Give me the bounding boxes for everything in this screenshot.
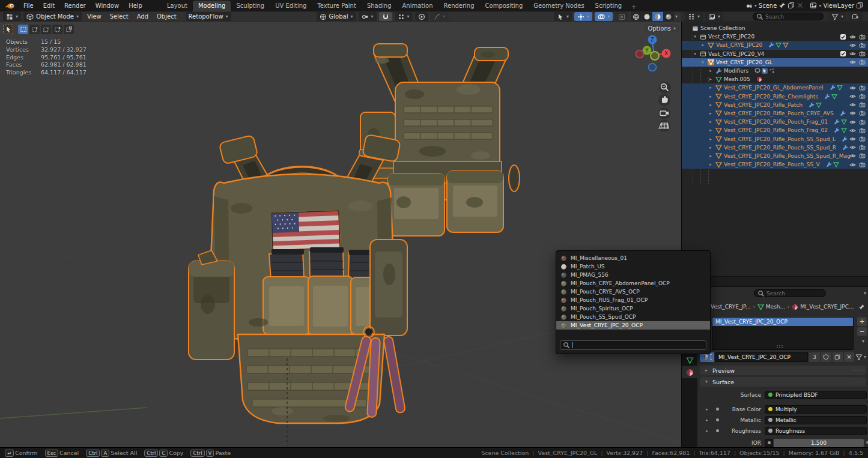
menu-help[interactable]: Help xyxy=(124,0,147,11)
gizmos-toggle[interactable] xyxy=(574,12,592,21)
scene-name[interactable]: Scene xyxy=(759,2,777,9)
blender-logo-icon[interactable] xyxy=(5,2,15,10)
pin-icon[interactable] xyxy=(858,304,865,310)
outliner-item-label[interactable]: Vest_CRYE_JPC20_V4 xyxy=(708,51,765,57)
camera-icon[interactable] xyxy=(859,42,866,49)
select-box-new-button[interactable] xyxy=(18,25,28,34)
remove-slot-button[interactable]: − xyxy=(857,327,867,336)
outliner-editor-type-button[interactable] xyxy=(685,12,703,21)
tab-geometry-nodes[interactable]: Geometry Nodes xyxy=(528,1,589,11)
material-option-label[interactable]: MI_PMAG_556 xyxy=(571,272,609,278)
properties-search[interactable] xyxy=(754,289,826,297)
chevron-down-icon[interactable] xyxy=(864,291,866,296)
checkbox-icon[interactable] xyxy=(840,50,846,57)
material-option-label[interactable]: MI_Miscellaneous_01 xyxy=(571,255,627,261)
disclosure-closed-icon[interactable]: ▸ xyxy=(708,77,714,82)
eye-icon[interactable] xyxy=(849,34,856,40)
tab-material[interactable] xyxy=(682,366,697,378)
disclosure-open-icon[interactable]: ▾ xyxy=(692,34,698,39)
outliner-item-label[interactable]: Vest_CRYE_JPC20_GL_AbdomenPanel xyxy=(724,85,824,91)
outliner-item-label[interactable]: Modifiers xyxy=(724,68,748,74)
viewlayer-name[interactable]: ViewLayer xyxy=(823,2,854,9)
viewport-menu-select[interactable]: Select xyxy=(106,13,133,20)
material-option-label[interactable]: MI_Pouch_RUS_Frag_01_OCP xyxy=(571,297,648,303)
camera-icon[interactable] xyxy=(859,119,866,125)
viewlayer-selector[interactable]: ViewLayer xyxy=(810,2,863,9)
outliner-row[interactable]: ▸Vest_CRYE_JPC20_Rifle_Pouch_SS_Spud_R xyxy=(682,143,868,152)
tab-layout[interactable]: Layout xyxy=(162,1,193,11)
breadcrumb-item[interactable]: Mesh... xyxy=(757,304,785,310)
metallic-input[interactable]: Metallic xyxy=(765,416,867,424)
new-collection-button[interactable] xyxy=(849,12,862,21)
select-box-intersect-button[interactable] xyxy=(64,25,74,34)
outliner-search-input[interactable] xyxy=(765,14,813,20)
material-option[interactable]: MI_Patch_US xyxy=(556,262,710,271)
outliner-row[interactable]: ▸Modifiers xyxy=(682,67,868,75)
show-gizmo-dropdown[interactable] xyxy=(554,12,572,21)
eye-icon[interactable] xyxy=(849,85,856,91)
new-scene-icon[interactable] xyxy=(788,2,795,9)
camera-icon[interactable] xyxy=(859,152,866,159)
eye-icon[interactable] xyxy=(849,93,856,100)
xray-toggle[interactable] xyxy=(615,12,628,21)
tab-texture-paint[interactable]: Texture Paint xyxy=(312,1,362,11)
material-option-label[interactable]: MI_Pouch_SS_Spud_OCP xyxy=(571,314,636,320)
select-box-subtract-button[interactable] xyxy=(41,25,51,34)
eye-icon[interactable] xyxy=(849,119,856,125)
outliner-row[interactable]: ▸Vest_CRYE_JPC20_Rifle_Pouch_SS_V xyxy=(682,160,868,169)
eye-icon[interactable] xyxy=(849,144,856,151)
material-option[interactable]: MI_Pouch_CRYE_AbdomenPanel_OCP xyxy=(556,279,710,288)
outliner-row[interactable]: ▸Vest_CRYE_JPC20_Rifle_Pouch_Frag_02 xyxy=(682,126,868,134)
proportional-edit-toggle[interactable] xyxy=(415,12,428,21)
menu-window[interactable]: Window xyxy=(91,0,124,11)
disclosure-closed-icon[interactable]: ▸ xyxy=(708,103,714,107)
eye-icon[interactable] xyxy=(849,161,856,168)
material-slot-active[interactable]: MI_Vest_CRYE_JPC_20_OCP xyxy=(712,318,853,326)
camera-icon[interactable] xyxy=(859,93,866,100)
outliner-item-label[interactable]: Vest_CRYE_JPC20_Rifle_Pouch_CRYE_AVS xyxy=(724,110,834,116)
camera-icon[interactable] xyxy=(859,161,866,168)
outliner-item-label[interactable]: Vest_CRYE_JPC20_Rifle_Pouch_SS_Spud_R xyxy=(724,145,836,151)
material-users-button[interactable]: 3 xyxy=(809,352,820,362)
preview-panel-header[interactable]: ▸Preview⋯⋯ xyxy=(700,366,866,375)
pivot-dropdown[interactable] xyxy=(359,12,377,21)
viewport-menu-object[interactable]: Object xyxy=(153,13,181,20)
outliner-item-label[interactable]: Scene Collection xyxy=(700,25,745,31)
material-option[interactable]: MI_Pouch_Spiritus_OCP xyxy=(556,304,710,313)
eye-icon[interactable] xyxy=(849,42,856,49)
shading-wireframe-button[interactable] xyxy=(631,12,642,21)
retopoflow-menu[interactable]: RetopoFlow xyxy=(186,12,231,21)
popup-search[interactable] xyxy=(560,340,706,350)
shading-solid-button[interactable] xyxy=(642,12,652,21)
outliner-row[interactable]: Scene Collection xyxy=(682,24,868,32)
material-option-label[interactable]: MI_Pouch_CRYE_AbdomenPanel_OCP xyxy=(571,280,670,286)
disclosure-open-icon[interactable]: ▾ xyxy=(700,60,706,65)
disclosure-closed-icon[interactable]: ▸ xyxy=(700,43,706,47)
material-option-label[interactable]: MI_Pouch_Spiritus_OCP xyxy=(571,306,633,312)
resize-grip[interactable] xyxy=(777,345,785,348)
surface-panel-header[interactable]: ▾Surface⋯⋯ xyxy=(700,377,866,387)
disclosure-open-icon[interactable]: ▾ xyxy=(692,52,698,56)
camera-icon[interactable] xyxy=(859,136,866,142)
material-option-label[interactable]: MI_Patch_US xyxy=(571,264,604,270)
fake-user-button[interactable] xyxy=(821,352,831,362)
eye-icon[interactable] xyxy=(849,110,856,116)
ior-slider[interactable]: 1.500 xyxy=(774,439,864,447)
shading-material-button[interactable] xyxy=(652,12,663,21)
select-box-invert-button[interactable] xyxy=(52,25,62,34)
tweak-tool-button[interactable] xyxy=(3,25,13,34)
outliner-row[interactable]: ▾Vest_CRYE_JPC20_GL xyxy=(682,58,868,67)
overlays-toggle[interactable] xyxy=(595,12,613,21)
disclosure-closed-icon[interactable]: ▸ xyxy=(708,154,714,158)
material-option-label[interactable]: MI_Pouch_CRYE_AVS_OCP xyxy=(571,289,640,295)
properties-search-input[interactable] xyxy=(766,291,815,297)
outliner-item-label[interactable]: Vest_CRYE_JPC20_Rifle_Pouch_SS_Spud_L xyxy=(724,136,836,142)
outliner-row[interactable]: ▸Vest_CRYE_JPC20_Rifle_Patch xyxy=(682,101,868,109)
outliner-row[interactable]: ▾Vest_CRYE_JPC20_V4 xyxy=(682,50,868,58)
options-button[interactable]: Options xyxy=(644,24,679,32)
eye-icon[interactable] xyxy=(849,101,856,108)
camera-icon[interactable] xyxy=(859,144,866,151)
material-option[interactable]: MI_Pouch_SS_Spud_OCP xyxy=(556,313,710,321)
outliner-item-label[interactable]: Vest_CRYE_JPC20_GL xyxy=(716,59,772,65)
falloff-dropdown[interactable] xyxy=(431,12,449,21)
